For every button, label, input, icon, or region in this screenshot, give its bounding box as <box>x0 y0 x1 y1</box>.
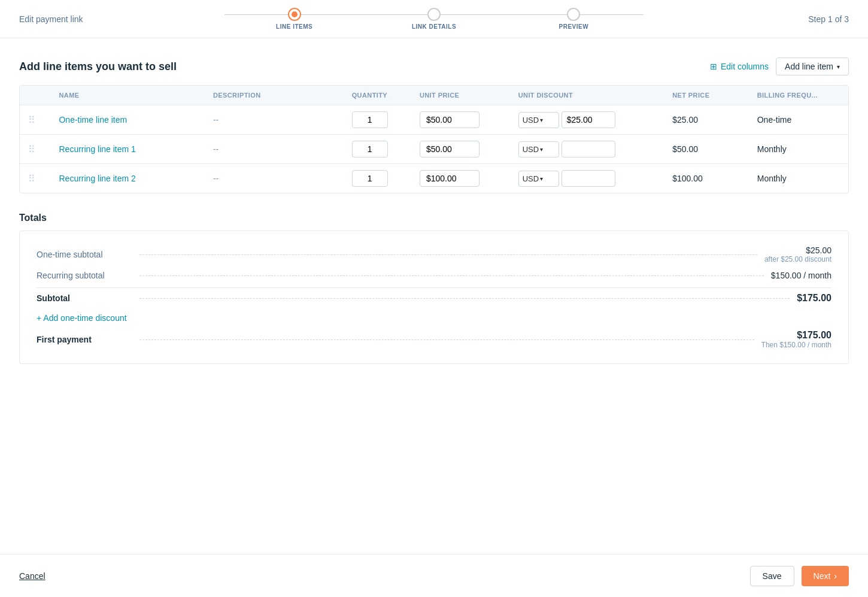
next-button[interactable]: Next › <box>802 566 849 586</box>
item-desc-2: -- <box>213 144 218 154</box>
step-label-3: PREVIEW <box>559 23 589 30</box>
item-name-1[interactable]: One-time line item <box>59 115 127 125</box>
discount-input-2[interactable] <box>562 141 615 157</box>
currency-label-2: USD <box>523 145 539 154</box>
step-indicator: Step 1 of 3 <box>808 14 849 24</box>
totals-title: Totals <box>19 213 849 223</box>
line-items-table: NAME DESCRIPTION QUANTITY UNIT PRICE UNI… <box>19 85 849 193</box>
edit-columns-button[interactable]: ⊞ Edit columns <box>710 62 769 71</box>
add-discount-row: + Add one-time discount <box>37 313 831 323</box>
add-line-item-button[interactable]: Add line item ▾ <box>776 57 849 75</box>
col-header-unit-discount: UNIT DISCOUNT <box>510 86 664 105</box>
currency-select-3[interactable]: USD ▾ <box>518 171 559 187</box>
add-discount-link[interactable]: + Add one-time discount <box>37 313 127 323</box>
col-header-unit-price: UNIT PRICE <box>411 86 510 105</box>
currency-chevron-icon: ▾ <box>540 117 543 123</box>
section-heading: Add line items you want to sell ⊞ Edit c… <box>19 57 849 75</box>
one-time-subtotal-sub: after $25.00 discount <box>764 255 831 263</box>
item-name-3[interactable]: Recurring line item 2 <box>59 174 135 183</box>
qty-input-3[interactable] <box>352 170 388 187</box>
arrow-right-icon: › <box>834 571 837 581</box>
table-row: ⠿ Recurring line item 1 -- USD ▾ <box>20 135 848 164</box>
first-payment-sub: Then $150.00 / month <box>761 341 831 349</box>
subtotal-label: Subtotal <box>37 293 132 303</box>
dots-divider <box>139 298 790 299</box>
currency-chevron-icon: ▾ <box>540 175 543 182</box>
heading-actions: ⊞ Edit columns Add line item ▾ <box>710 57 849 75</box>
step-label-2: LINK DETAILS <box>412 23 456 30</box>
step-circle-3 <box>567 8 580 21</box>
step-circle-2 <box>427 8 441 21</box>
footer: Cancel Save Next › <box>0 554 868 597</box>
net-price-3: $100.00 <box>672 174 703 183</box>
first-payment-value: $175.00 <box>797 330 831 341</box>
save-button[interactable]: Save <box>750 566 794 586</box>
subtotal-row: Subtotal $175.00 <box>37 287 831 304</box>
step-preview: PREVIEW <box>504 8 644 30</box>
main-content: Add line items you want to sell ⊞ Edit c… <box>0 38 868 554</box>
cancel-button[interactable]: Cancel <box>19 571 45 581</box>
billing-freq-2: Monthly <box>757 144 787 154</box>
item-desc-1: -- <box>213 115 218 125</box>
discount-input-1[interactable] <box>562 111 615 128</box>
table-icon: ⊞ <box>710 62 717 71</box>
one-time-subtotal-row: One-time subtotal $25.00 after $25.00 di… <box>37 246 831 263</box>
drag-handle-icon[interactable]: ⠿ <box>28 144 35 154</box>
unit-price-input-1[interactable] <box>420 111 479 128</box>
billing-freq-3: Monthly <box>757 174 787 183</box>
first-payment-value-group: $175.00 Then $150.00 / month <box>761 330 831 349</box>
one-time-subtotal-label: One-time subtotal <box>37 250 132 259</box>
net-price-1: $25.00 <box>672 115 698 125</box>
header-title: Edit payment link <box>19 14 83 24</box>
step-label-1: LINE ITEMS <box>276 23 312 30</box>
recurring-subtotal-label: Recurring subtotal <box>37 271 132 280</box>
table-row: ⠿ Recurring line item 2 -- USD ▾ <box>20 164 848 193</box>
subtotal-value: $175.00 <box>797 293 831 304</box>
currency-label-1: USD <box>523 116 539 125</box>
net-price-2: $50.00 <box>672 144 698 154</box>
recurring-subtotal-value: $150.00 / month <box>771 271 831 280</box>
qty-input-1[interactable] <box>352 111 388 128</box>
billing-freq-1: One-time <box>757 115 792 125</box>
unit-price-input-2[interactable] <box>420 141 479 157</box>
table-header-row: NAME DESCRIPTION QUANTITY UNIT PRICE UNI… <box>20 86 848 105</box>
first-payment-label: First payment <box>37 335 132 344</box>
col-header-description: DESCRIPTION <box>205 86 344 105</box>
currency-chevron-icon: ▾ <box>540 146 543 153</box>
dots-divider <box>139 254 757 255</box>
header: Edit payment link LINE ITEMS LINK DETAIL… <box>0 0 868 38</box>
qty-input-2[interactable] <box>352 141 388 157</box>
item-desc-3: -- <box>213 174 218 183</box>
first-payment-row: First payment $175.00 Then $150.00 / mon… <box>37 330 831 349</box>
step-circle-1 <box>288 8 301 21</box>
dots-divider <box>139 275 764 276</box>
col-header-name: NAME <box>50 86 204 105</box>
step-link-details: LINK DETAILS <box>364 8 503 30</box>
dots-divider <box>139 340 754 340</box>
discount-wrapper-1: USD ▾ <box>518 111 655 128</box>
drag-handle-icon[interactable]: ⠿ <box>28 115 35 125</box>
col-header-billing-freq: BILLING FREQU... <box>749 86 848 105</box>
discount-input-3[interactable] <box>562 170 615 187</box>
footer-actions: Save Next › <box>750 566 849 586</box>
drag-handle-icon[interactable]: ⠿ <box>28 174 35 184</box>
currency-select-1[interactable]: USD ▾ <box>518 112 559 128</box>
one-time-subtotal-value: $25.00 <box>806 246 831 255</box>
currency-select-2[interactable]: USD ▾ <box>518 141 559 157</box>
discount-wrapper-3: USD ▾ <box>518 170 655 187</box>
currency-label-3: USD <box>523 174 539 183</box>
chevron-down-icon: ▾ <box>837 63 840 70</box>
unit-price-input-3[interactable] <box>420 170 479 187</box>
totals-card: One-time subtotal $25.00 after $25.00 di… <box>19 231 849 364</box>
one-time-subtotal-value-group: $25.00 after $25.00 discount <box>764 246 831 263</box>
table-row: ⠿ One-time line item -- USD ▾ <box>20 105 848 135</box>
col-header-quantity: QUANTITY <box>344 86 411 105</box>
stepper: LINE ITEMS LINK DETAILS PREVIEW <box>224 8 644 30</box>
totals-section: Totals One-time subtotal $25.00 after $2… <box>19 213 849 364</box>
item-name-2[interactable]: Recurring line item 1 <box>59 144 135 154</box>
step-line-items: LINE ITEMS <box>224 8 364 30</box>
section-title: Add line items you want to sell <box>19 60 177 73</box>
discount-wrapper-2: USD ▾ <box>518 141 655 157</box>
recurring-subtotal-row: Recurring subtotal $150.00 / month <box>37 271 831 280</box>
col-header-net-price: NET PRICE <box>664 86 749 105</box>
